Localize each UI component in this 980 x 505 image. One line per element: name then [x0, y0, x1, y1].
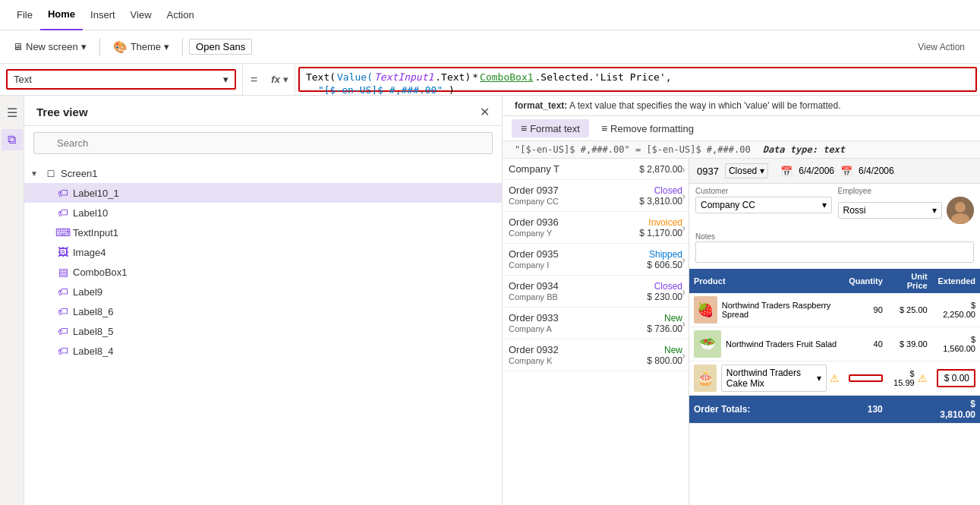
order-0934-status: Closed	[654, 281, 682, 292]
menu-action[interactable]: Action	[159, 0, 202, 30]
order-item-0937[interactable]: Order 0937 Closed Company CC $ 3,810.00 …	[503, 180, 689, 212]
tree-item-screen1[interactable]: ▼ □ Screen1	[24, 163, 502, 183]
tree-item-textinput1[interactable]: ⌨ TextInput1	[24, 223, 502, 242]
table-row-0: 🍓 Northwind Traders Raspberry Spread 90 …	[689, 293, 980, 327]
new-screen-button[interactable]: 🖥 New screen ▾	[6, 37, 93, 56]
order-0934-company: Company BB	[509, 292, 558, 301]
sidebar-left-strip: ☰ ⧉	[0, 96, 24, 505]
order-item-0934[interactable]: Order 0934 Closed Company BB $ 230.00 ›	[503, 276, 689, 308]
theme-button[interactable]: 🎨 Theme ▾	[106, 36, 176, 58]
orders-list-panel: Company T $ 2,870.00 › Order 0937 Closed…	[503, 159, 689, 505]
tree-view-panel: Tree view ✕ 🔍 ▼ □ Screen1 🏷 Label10_1	[24, 96, 503, 505]
tree-view-title: Tree view	[36, 106, 88, 118]
tree-item-label10[interactable]: 🏷 Label10	[24, 203, 502, 223]
calendar-icon-1[interactable]: 📅	[780, 166, 793, 177]
menu-file[interactable]: File	[9, 0, 40, 30]
formula-text-func: Text(	[306, 71, 336, 83]
formula-textinput-ref: TextInput1	[374, 71, 433, 83]
chevron-down-icon-3: ▾	[223, 74, 228, 85]
order-item-0936[interactable]: Order 0936 Invoiced Company Y $ 1,170.00…	[503, 212, 689, 244]
order-item-0935[interactable]: Order 0935 Shipped Company I $ 606.50 ›	[503, 244, 689, 276]
order-0932-status: New	[664, 345, 682, 355]
toolbar-separator-2	[182, 38, 183, 56]
ext-input-2[interactable]: $ 0.00	[937, 369, 975, 387]
order-0932-amount: $ 800.00	[647, 355, 682, 366]
formula-string: "[$-en-US]$ #,###.00"	[318, 84, 443, 96]
order-item-company-t[interactable]: Company T $ 2,870.00 ›	[503, 159, 689, 180]
theme-label: Theme	[131, 41, 161, 52]
textinput-icon: ⌨	[56, 226, 70, 239]
menu-insert[interactable]: Insert	[83, 0, 123, 30]
toolbar: 🖥 New screen ▾ 🎨 Theme ▾ Open Sans View …	[0, 30, 980, 64]
table-cell-product-0: 🍓 Northwind Traders Raspberry Spread	[689, 293, 844, 327]
order-0936-num: Order 0936	[509, 216, 559, 228]
fx-button[interactable]: fx ▾	[265, 64, 295, 95]
tree-item-label9[interactable]: 🏷 Label9	[24, 282, 502, 301]
new-screen-label: New screen	[26, 41, 78, 52]
tree-item-image4[interactable]: 🖼 Image4	[24, 242, 502, 262]
tree-view-header: Tree view ✕	[24, 96, 502, 126]
layers-icon[interactable]: ⧉	[2, 129, 23, 150]
customer-input[interactable]: Company CC ▾	[695, 197, 832, 213]
employee-input[interactable]: Rossi ▾	[838, 202, 943, 219]
order-item-0932[interactable]: Order 0932 New Company K $ 800.00 ›	[503, 339, 689, 371]
menu-view[interactable]: View	[123, 0, 159, 30]
unit-price-wrap-2: $ 15.99 ⚠	[892, 369, 928, 387]
table-cell-qty-0: 90	[844, 293, 887, 327]
hamburger-icon[interactable]: ☰	[2, 102, 23, 123]
search-input[interactable]	[33, 132, 493, 154]
tree-item-label8-6[interactable]: 🏷 Label8_6	[24, 301, 502, 321]
fx-icon: fx	[271, 74, 280, 85]
total-label: Order Totals:	[689, 396, 844, 424]
formula-selected: .Selected.'List Price',	[535, 71, 672, 83]
detail-status-selector[interactable]: Closed ▾	[725, 163, 768, 178]
combobox-icon: ▤	[56, 265, 70, 279]
format-text-button[interactable]: ≡ Format text	[512, 119, 589, 137]
formula-combobox-ref: ComboBox1	[480, 71, 533, 83]
product-2-dropdown[interactable]: Northwind Traders Cake Mix ▾	[721, 365, 827, 392]
order-item-0933[interactable]: Order 0933 New Company A $ 736.00 ›	[503, 308, 689, 339]
customer-value: Company CC	[701, 200, 755, 210]
tree-label-textinput1: TextInput1	[73, 227, 118, 238]
table-cell-unit-1: $ 39.00	[887, 327, 932, 361]
notes-input[interactable]	[695, 241, 974, 263]
property-value: Text	[14, 74, 32, 85]
chevron-right-icon-0: ›	[682, 163, 685, 175]
image-icon: 🖼	[56, 245, 70, 259]
order-company-t-name: Company T	[509, 163, 559, 175]
qty-input-2[interactable]	[849, 374, 883, 382]
order-0932-num: Order 0932	[509, 344, 559, 355]
format-example: "[$-en-US]$ #,###.00" = [$-en-US]$ #,###…	[515, 144, 751, 155]
close-button[interactable]: ✕	[480, 105, 490, 119]
menu-home[interactable]: Home	[40, 0, 83, 30]
calendar-icon-2[interactable]: 📅	[840, 166, 852, 177]
table-cell-ext-2: $ 0.00	[932, 361, 980, 396]
total-qty: 130	[844, 396, 887, 424]
table-cell-qty-1: 40	[844, 327, 887, 361]
detail-header: 0937 Closed ▾ 📅 6/4/2006 📅 6/4/2006	[689, 159, 980, 184]
tree-item-label10-1[interactable]: 🏷 Label10_1	[24, 183, 502, 203]
theme-icon: 🎨	[113, 40, 128, 54]
main-area: ☰ ⧉ Tree view ✕ 🔍 ▼ □ Screen1 🏷 Label10_…	[0, 96, 980, 505]
format-text-label: Format text	[530, 123, 580, 134]
tree-item-combobox1[interactable]: ▤ ComboBox1	[24, 262, 502, 282]
th-extended: Extended	[932, 269, 980, 293]
chevron-right-icon-4: ›	[682, 286, 685, 298]
formula-text-prop: .Text)	[435, 71, 471, 83]
search-area: 🔍	[24, 126, 502, 160]
employee-avatar	[947, 197, 974, 224]
remove-formatting-button[interactable]: ≡ Remove formatting	[592, 119, 703, 137]
tree-item-label8-4[interactable]: 🏷 Label8_4	[24, 341, 502, 361]
tree-item-label8-5[interactable]: 🏷 Label8_5	[24, 321, 502, 341]
font-selector[interactable]: Open Sans	[189, 39, 252, 55]
order-0933-amount: $ 736.00	[647, 324, 682, 334]
label-icon-3: 🏷	[56, 285, 70, 298]
format-text-icon: ≡	[521, 122, 527, 134]
total-empty	[887, 396, 932, 424]
table-row-2: 🎂 Northwind Traders Cake Mix ▾ ⚠	[689, 361, 980, 396]
formula-input[interactable]: Text( Value( TextInput1 .Text) * ComboBo…	[298, 67, 977, 92]
app-preview: Company T $ 2,870.00 › Order 0937 Closed…	[503, 159, 980, 505]
property-dropdown[interactable]: Text ▾	[6, 69, 236, 90]
table-cell-ext-0: $ 2,250.00	[932, 293, 980, 327]
order-0933-num: Order 0933	[509, 312, 559, 324]
